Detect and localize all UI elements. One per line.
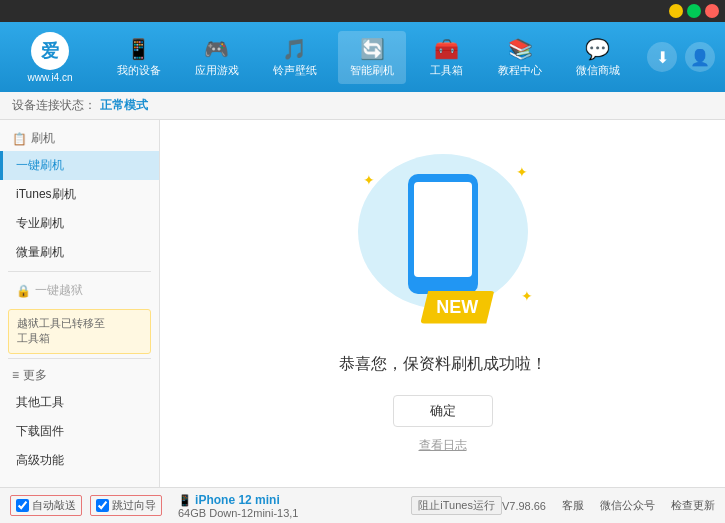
skip-wizard-label: 跳过向导 <box>112 498 156 513</box>
nav-my-device-label: 我的设备 <box>117 63 161 78</box>
customer-service-link[interactable]: 客服 <box>562 498 584 513</box>
auto-flash-checkbox-wrapper[interactable]: 自动敲送 <box>10 495 82 516</box>
maximize-button[interactable] <box>687 4 701 18</box>
sparkle-bottom-right: ✦ <box>521 288 533 304</box>
sidebar-item-one-click-flash[interactable]: 一键刷机 <box>0 151 159 180</box>
phone-screen <box>414 182 472 277</box>
device-storage: 64GB <box>178 507 206 519</box>
device-name: iPhone 12 mini <box>195 493 280 507</box>
flash-section-icon: 📋 <box>12 132 27 146</box>
bottom-left: 自动敲送 跳过向导 📱 iPhone 12 mini 64GB Down-12m… <box>10 493 411 519</box>
nav-wechat-label: 微信商城 <box>576 63 620 78</box>
nav-tutorial[interactable]: 📚 教程中心 <box>486 31 554 84</box>
title-bar <box>0 0 725 22</box>
sidebar-divider-1 <box>8 271 151 272</box>
sidebar-divider-2 <box>8 358 151 359</box>
wechat-icon: 💬 <box>585 37 610 61</box>
nav-toolbox[interactable]: 🧰 工具箱 <box>416 31 476 84</box>
device-info: 📱 iPhone 12 mini 64GB Down-12mini-13,1 <box>178 493 298 519</box>
nav-apps-label: 应用游戏 <box>195 63 239 78</box>
version-text: V7.98.66 <box>502 500 546 512</box>
top-nav: 爱 www.i4.cn 📱 我的设备 🎮 应用游戏 🎵 铃声壁纸 🔄 智能刷机 … <box>0 22 725 92</box>
nav-ringtones-label: 铃声壁纸 <box>273 63 317 78</box>
bottom-right: V7.98.66 客服 微信公众号 检查更新 <box>502 498 715 513</box>
jailbreak-notice: 越狱工具已转移至工具箱 <box>8 309 151 354</box>
close-button[interactable] <box>705 4 719 18</box>
sidebar-item-advanced[interactable]: 高级功能 <box>0 446 159 475</box>
sidebar-section-flash: 📋 刷机 <box>0 126 159 151</box>
device-model-text: Down-12mini-13,1 <box>209 507 298 519</box>
nav-my-device[interactable]: 📱 我的设备 <box>105 31 173 84</box>
flash-icon: 🔄 <box>360 37 385 61</box>
success-text: 恭喜您，保资料刷机成功啦！ <box>339 354 547 375</box>
status-bar: 设备连接状态： 正常模式 <box>0 92 725 120</box>
skip-wizard-checkbox[interactable] <box>96 499 109 512</box>
main-layout: 📋 刷机 一键刷机 iTunes刷机 专业刷机 微量刷机 🔒 一键越狱 越狱工具… <box>0 120 725 487</box>
device-icon-small: 📱 <box>178 494 195 506</box>
download-button[interactable]: ⬇ <box>647 42 677 72</box>
phone-illustration: ✦ ✦ ✦ NEW <box>343 154 543 334</box>
user-button[interactable]: 👤 <box>685 42 715 72</box>
nav-tutorial-label: 教程中心 <box>498 63 542 78</box>
logo-icon: 爱 <box>31 32 69 70</box>
sidebar-item-itunes-flash[interactable]: iTunes刷机 <box>0 180 159 209</box>
minimize-button[interactable] <box>669 4 683 18</box>
auto-flash-checkbox[interactable] <box>16 499 29 512</box>
status-value: 正常模式 <box>100 97 148 114</box>
sidebar-section-more: ≡ 更多 <box>0 363 159 388</box>
sidebar-item-download-firmware[interactable]: 下载固件 <box>0 417 159 446</box>
nav-smart-flash[interactable]: 🔄 智能刷机 <box>338 31 406 84</box>
logo-url: www.i4.cn <box>27 72 72 83</box>
check-update-link[interactable]: 检查更新 <box>671 498 715 513</box>
itunes-stop-button[interactable]: 阻止iTunes运行 <box>411 496 502 515</box>
status-label: 设备连接状态： <box>12 97 96 114</box>
apps-icon: 🎮 <box>204 37 229 61</box>
toolbox-icon: 🧰 <box>434 37 459 61</box>
view-log-link[interactable]: 查看日志 <box>419 437 467 454</box>
nav-flash-label: 智能刷机 <box>350 63 394 78</box>
ringtones-icon: 🎵 <box>282 37 307 61</box>
more-icon: ≡ <box>12 368 19 382</box>
auto-flash-label: 自动敲送 <box>32 498 76 513</box>
lock-icon: 🔒 <box>16 284 31 298</box>
skip-wizard-checkbox-wrapper[interactable]: 跳过向导 <box>90 495 162 516</box>
wechat-official-link[interactable]: 微信公众号 <box>600 498 655 513</box>
nav-apps-games[interactable]: 🎮 应用游戏 <box>183 31 251 84</box>
nav-wechat-mall[interactable]: 💬 微信商城 <box>564 31 632 84</box>
device-icon: 📱 <box>126 37 151 61</box>
nav-items: 📱 我的设备 🎮 应用游戏 🎵 铃声壁纸 🔄 智能刷机 🧰 工具箱 📚 教程中心… <box>100 31 637 84</box>
sidebar-jailbreak-section: 🔒 一键越狱 <box>0 276 159 305</box>
main-content: ✦ ✦ ✦ NEW 恭喜您，保资料刷机成功啦！ 确定 查看日志 <box>160 120 725 487</box>
tutorial-icon: 📚 <box>508 37 533 61</box>
sidebar: 📋 刷机 一键刷机 iTunes刷机 专业刷机 微量刷机 🔒 一键越狱 越狱工具… <box>0 120 160 487</box>
bottom-bar: 自动敲送 跳过向导 📱 iPhone 12 mini 64GB Down-12m… <box>0 487 725 523</box>
new-badge: NEW <box>420 291 494 324</box>
itunes-status: 阻止iTunes运行 <box>411 496 502 515</box>
sidebar-item-pro-flash[interactable]: 专业刷机 <box>0 209 159 238</box>
sparkle-top-left: ✦ <box>363 172 375 188</box>
sidebar-item-other-tools[interactable]: 其他工具 <box>0 388 159 417</box>
nav-ringtones[interactable]: 🎵 铃声壁纸 <box>261 31 329 84</box>
confirm-button[interactable]: 确定 <box>393 395 493 427</box>
phone-shape <box>408 174 478 294</box>
nav-right-buttons: ⬇ 👤 <box>647 42 715 72</box>
sidebar-item-micro-flash[interactable]: 微量刷机 <box>0 238 159 267</box>
nav-toolbox-label: 工具箱 <box>430 63 463 78</box>
sparkle-top-right: ✦ <box>516 164 528 180</box>
logo-area: 爱 www.i4.cn <box>10 32 90 83</box>
